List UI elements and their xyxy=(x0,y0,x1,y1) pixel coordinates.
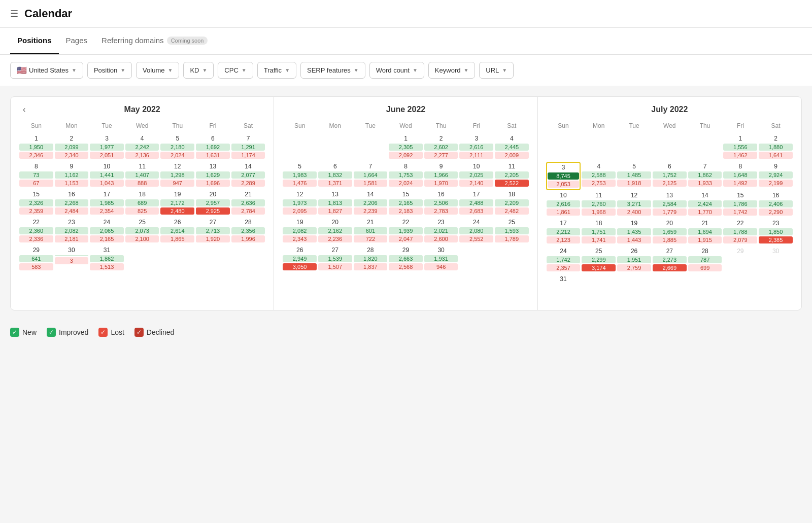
traffic-label: Traffic xyxy=(264,66,282,74)
filter-url[interactable]: URL ▼ xyxy=(479,62,514,79)
header-sun: Sun xyxy=(19,120,54,133)
table-row: 131,6291,696 xyxy=(195,162,230,189)
header-fri: Fri xyxy=(195,120,230,133)
prev-month-button[interactable]: ‹ xyxy=(19,103,29,116)
table-row xyxy=(617,134,652,161)
filter-cpc[interactable]: CPC ▼ xyxy=(218,62,253,79)
table-row xyxy=(723,274,758,302)
header-fri: Fri xyxy=(459,120,494,133)
table-row: 112,7601,968 xyxy=(581,191,616,218)
header-mon: Mon xyxy=(54,120,89,133)
table-row: 31,9772,051 xyxy=(89,134,124,161)
header-tue: Tue xyxy=(353,120,388,133)
table-row: 87367 xyxy=(19,162,54,189)
kd-label: KD xyxy=(190,66,199,74)
table-row: 52,1802,024 xyxy=(160,134,195,161)
calendars-row: ‹ May 2022 Sun Mon Tue Wed Thu Fri Sat 1… xyxy=(10,96,802,310)
filters-bar: 🇺🇸 United States ▼ Position ▼ Volume ▼ K… xyxy=(0,55,812,86)
tab-pages[interactable]: Pages xyxy=(59,28,95,54)
table-row: 232,0212,600 xyxy=(424,218,459,245)
table-row: 242,0652,165 xyxy=(89,218,124,245)
table-row xyxy=(125,246,160,273)
serp-features-label: SERP features xyxy=(307,66,351,74)
cpc-label: CPC xyxy=(224,66,238,74)
menu-icon[interactable]: ☰ xyxy=(10,8,18,19)
table-row: 162,2682,484 xyxy=(54,190,89,217)
table-row: 171,9852,354 xyxy=(89,190,124,217)
dropdown-arrow: ▼ xyxy=(242,67,247,73)
tabs-bar: Positions Pages Referring domains Coming… xyxy=(0,28,812,55)
improved-label: Improved xyxy=(59,328,88,336)
table-row: 241,7422,357 xyxy=(546,247,581,274)
header-sat: Sat xyxy=(231,120,266,133)
tab-referring-domains[interactable]: Referring domains Coming soon xyxy=(94,28,215,54)
table-row: 51,9831,476 xyxy=(282,162,317,189)
filter-volume[interactable]: Volume ▼ xyxy=(136,62,179,79)
table-row: 221,7882,079 xyxy=(723,219,758,246)
table-row: 111,407888 xyxy=(125,162,160,189)
dropdown-arrow: ▼ xyxy=(463,67,468,73)
table-row: 272,7131,920 xyxy=(195,218,230,245)
table-row: 172,4882,683 xyxy=(459,190,494,217)
table-row: 22,6022,277 xyxy=(424,134,459,161)
filter-country[interactable]: 🇺🇸 United States ▼ xyxy=(10,62,83,79)
legend: ✓ New ✓ Improved ✓ Lost ✓ Declined xyxy=(0,321,812,344)
filter-position[interactable]: Position ▼ xyxy=(87,62,132,79)
table-row: 191,4351,443 xyxy=(617,219,652,246)
header-sun: Sun xyxy=(546,120,581,133)
table-row: 71,2911,174 xyxy=(231,134,266,161)
table-row: 42,4452,009 xyxy=(494,134,529,161)
table-row: 182,2092,482 xyxy=(494,190,529,217)
filter-kd[interactable]: KD ▼ xyxy=(183,62,214,79)
calendar-container: ‹ May 2022 Sun Mon Tue Wed Thu Fri Sat 1… xyxy=(0,86,812,321)
table-row: 242,0802,552 xyxy=(459,218,494,245)
table-row xyxy=(231,246,266,273)
may-grid: Sun Mon Tue Wed Thu Fri Sat 11,9502,346 … xyxy=(19,120,265,273)
header-sat: Sat xyxy=(494,120,529,133)
table-row: 311,8621,513 xyxy=(89,246,124,273)
table-row xyxy=(581,274,616,302)
table-row xyxy=(459,246,494,273)
table-row xyxy=(652,134,687,161)
table-row: 172,2122,123 xyxy=(546,219,581,246)
table-row: 192,0822,343 xyxy=(282,218,317,245)
filter-traffic[interactable]: Traffic ▼ xyxy=(257,62,296,79)
table-row: 121,9732,095 xyxy=(282,190,317,217)
table-row: 211,6941,915 xyxy=(688,219,723,246)
header-thu: Thu xyxy=(688,120,723,133)
table-row: 61,7522,125 xyxy=(652,162,687,190)
word-count-label: Word count xyxy=(376,66,410,74)
table-row: 42,5882,753 xyxy=(581,162,616,190)
dropdown-arrow: ▼ xyxy=(202,67,207,73)
table-row: 30 xyxy=(758,247,793,274)
table-row xyxy=(758,274,793,302)
table-row: 221,9392,047 xyxy=(388,218,423,245)
tab-positions[interactable]: Positions xyxy=(10,28,59,54)
table-row: 282,3561,996 xyxy=(231,218,266,245)
filter-serp-features[interactable]: SERP features ▼ xyxy=(300,62,365,79)
table-row: 92,9242,199 xyxy=(758,162,793,190)
header-tue: Tue xyxy=(89,120,124,133)
calendar-july-2022: July 2022 Sun Mon Tue Wed Thu Fri Sat 11… xyxy=(538,97,801,310)
table-row: 271,5391,507 xyxy=(318,246,353,273)
table-row: 262,6141,865 xyxy=(160,218,195,245)
legend-improved: ✓ Improved xyxy=(47,328,88,337)
header-thu: Thu xyxy=(424,120,459,133)
table-row: 42,2422,136 xyxy=(125,134,160,161)
table-row: 21601722 xyxy=(353,218,388,245)
table-row: 18689825 xyxy=(125,190,160,217)
table-row xyxy=(318,134,353,161)
table-row: 131,8131,827 xyxy=(318,190,353,217)
table-row: 272,2732,669 xyxy=(652,247,687,274)
table-row: 281,8201,837 xyxy=(353,246,388,273)
table-row: 11,9502,346 xyxy=(19,134,54,161)
header-tue: Tue xyxy=(617,120,652,133)
table-row: 71,8621,933 xyxy=(688,162,723,190)
volume-label: Volume xyxy=(143,66,164,74)
coming-soon-badge: Coming soon xyxy=(167,37,208,45)
lost-label: Lost xyxy=(111,328,124,336)
june-title: June 2022 xyxy=(386,105,425,114)
flag-icon: 🇺🇸 xyxy=(17,65,27,75)
filter-word-count[interactable]: Word count ▼ xyxy=(369,62,424,79)
filter-keyword[interactable]: Keyword ▼ xyxy=(428,62,475,79)
